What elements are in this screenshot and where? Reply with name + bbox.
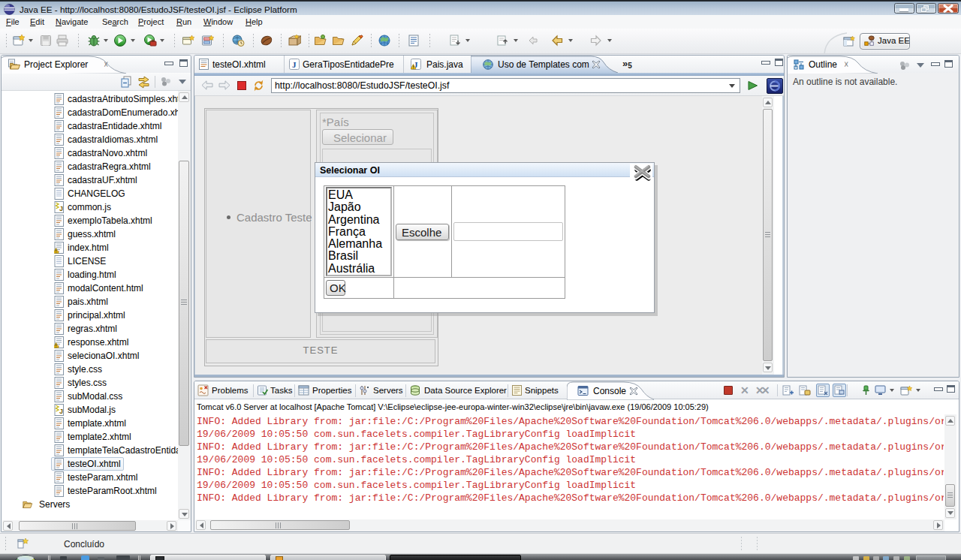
svg-text:J: J (292, 60, 297, 69)
